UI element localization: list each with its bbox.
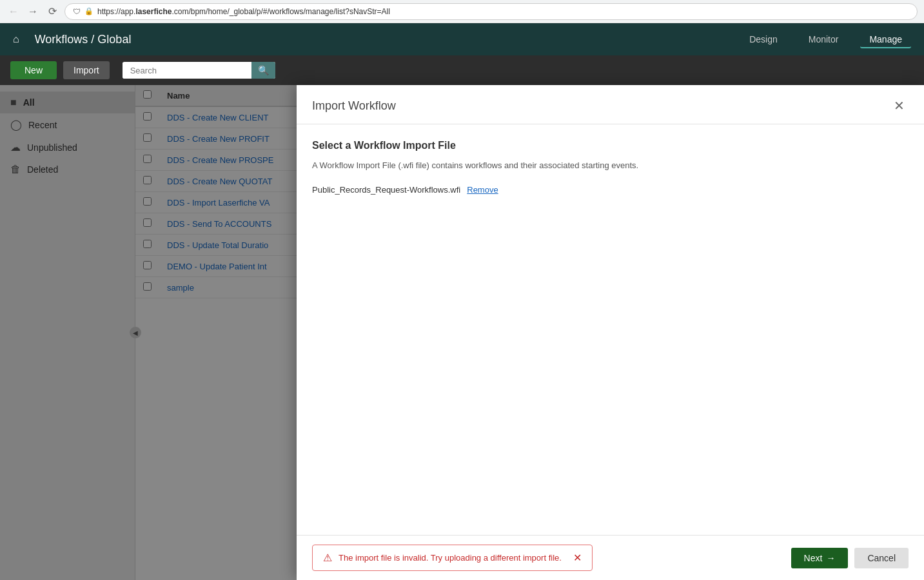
manage-nav[interactable]: Manage	[860, 30, 911, 48]
search-input[interactable]	[123, 63, 251, 79]
design-nav[interactable]: Design	[740, 30, 787, 48]
app-header: ⌂ Workflows / Global Design Monitor Mana…	[0, 23, 924, 55]
monitor-nav[interactable]: Monitor	[800, 30, 848, 48]
main-layout: ◀ ■ All ◯ Recent ☁ Unpublished 🗑 Deleted	[0, 85, 924, 580]
new-button[interactable]: New	[10, 61, 57, 79]
browser-bar: ← → ⟳ 🛡 🔒 https://app.laserfiche.com/bpm…	[0, 0, 924, 23]
next-arrow-icon: →	[826, 553, 835, 563]
back-button[interactable]: ←	[6, 5, 21, 19]
import-workflow-modal: Import Workflow ✕ Select a Workflow Impo…	[297, 85, 924, 580]
import-button[interactable]: Import	[63, 61, 110, 79]
reload-button[interactable]: ⟳	[45, 5, 59, 19]
search-container: 🔍	[123, 62, 275, 79]
forward-button[interactable]: →	[26, 5, 40, 19]
home-icon: ⌂	[13, 34, 19, 45]
file-info: Public_Records_Request-Workflows.wfi Rem…	[312, 185, 909, 195]
error-close-button[interactable]: ✕	[573, 552, 582, 564]
address-bar: 🛡 🔒 https://app.laserfiche.com/bpm/home/…	[64, 3, 918, 20]
next-button[interactable]: Next →	[791, 548, 849, 568]
footer-actions: Next → Cancel	[791, 548, 909, 568]
file-name: Public_Records_Request-Workflows.wfi	[312, 185, 460, 195]
modal-close-button[interactable]: ✕	[890, 97, 909, 115]
error-icon: ⚠	[323, 552, 332, 564]
url-text: https://app.laserfiche.com/bpm/home/_glo…	[97, 7, 390, 16]
modal-header: Import Workflow ✕	[297, 85, 924, 124]
modal-title: Import Workflow	[312, 99, 396, 113]
modal-footer: ⚠ The import file is invalid. Try upload…	[297, 535, 924, 580]
error-banner: ⚠ The import file is invalid. Try upload…	[312, 545, 593, 571]
shield-icon: 🛡	[73, 7, 81, 16]
remove-link[interactable]: Remove	[467, 185, 498, 195]
next-label: Next	[804, 553, 823, 563]
modal-body: Select a Workflow Import File A Workflow…	[297, 124, 924, 535]
search-button[interactable]: 🔍	[251, 62, 275, 79]
app-title: Workflows / Global	[35, 33, 727, 46]
cancel-button[interactable]: Cancel	[854, 548, 909, 568]
section-title: Select a Workflow Import File	[312, 140, 909, 151]
lock-icon: 🔒	[84, 7, 93, 15]
toolbar: New Import 🔍	[0, 55, 924, 85]
modal-description: A Workflow Import File (.wfi file) conta…	[312, 159, 909, 172]
error-message: The import file is invalid. Try uploadin…	[339, 553, 562, 563]
